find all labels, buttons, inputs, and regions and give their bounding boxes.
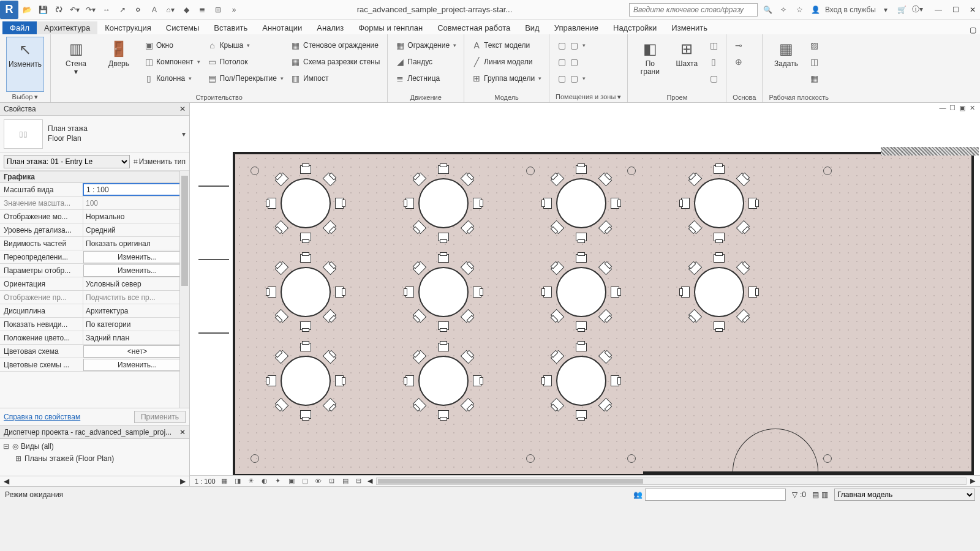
ramp-button[interactable]: ◢Пандус (394, 54, 458, 69)
editable-icon[interactable]: ▤ (812, 490, 819, 499)
help-icon[interactable]: ⓘ▾ (911, 4, 924, 16)
view-close-icon[interactable]: ✕ (968, 104, 976, 113)
undo-icon[interactable]: ↶▾ (69, 4, 81, 16)
tab-structure[interactable]: Конструкция (97, 21, 158, 34)
tab-insert[interactable]: Вставить (206, 21, 255, 34)
type-selector[interactable]: ▯▯ План этажа Floor Plan ▾ (0, 116, 189, 153)
editable2-icon[interactable]: ▥ (821, 490, 828, 499)
shadows-icon[interactable]: ◐ (260, 476, 270, 486)
modify-button[interactable]: ↖ Изменить (6, 37, 44, 92)
ribbon-min-icon[interactable]: ▢ (965, 26, 980, 34)
filter-input[interactable] (645, 489, 786, 501)
3d-icon[interactable]: ⌂▾ (164, 4, 176, 16)
tag-button[interactable]: ▢▢▾ (556, 71, 587, 86)
component-button[interactable]: ◫Компонент▾ (143, 54, 202, 69)
curtain-grid-button[interactable]: ▦Схема разрезки стены (290, 54, 381, 69)
detail-icon[interactable]: ▦ (219, 476, 229, 486)
tab-collaborate[interactable]: Совместная работа (430, 21, 518, 34)
workset-select[interactable]: Главная модель (834, 489, 975, 501)
horizontal-scrollbar[interactable] (376, 478, 967, 485)
viewer-button[interactable]: ▦ (808, 71, 820, 86)
view-max-icon[interactable]: ☐ (948, 104, 957, 113)
room-button[interactable]: ▢▢▾ (556, 38, 587, 53)
group-graphics[interactable]: Графика⌃ (0, 171, 189, 183)
hscroll-left-icon[interactable]: ◀ (368, 477, 372, 485)
tree-row-views[interactable]: ⊟◎Виды (all) (2, 440, 187, 452)
sync-icon[interactable]: 🗘 (53, 4, 65, 16)
wall-opening-button[interactable]: ◫ (707, 38, 720, 53)
section-icon[interactable]: ◆ (180, 4, 192, 16)
dimension-icon[interactable]: ⭘ (132, 4, 145, 16)
text-icon[interactable]: A (148, 4, 160, 16)
window-button[interactable]: ▣Окно (143, 38, 202, 53)
crop-icon[interactable]: ▣ (287, 476, 296, 486)
tab-view[interactable]: Вид (518, 21, 547, 34)
area-button[interactable]: ▢▢ (556, 54, 587, 69)
star-icon[interactable]: ☆ (793, 4, 805, 16)
shaft-button[interactable]: ⊞Шахта (671, 37, 703, 92)
tab-systems[interactable]: Системы (159, 21, 206, 34)
wall-button[interactable]: ▥Стена▾ (57, 37, 95, 92)
unhide-icon[interactable]: 👁 (314, 476, 323, 486)
binoculars-icon[interactable]: 🔍 (761, 4, 774, 16)
show-plane-button[interactable]: ▨ (808, 38, 820, 53)
stair-button[interactable]: ≣Лестница (394, 71, 458, 86)
tab-file[interactable]: Файл (2, 21, 37, 34)
grid-button[interactable]: ⊕ (733, 54, 745, 69)
instance-select[interactable]: План этажа: 01 - Entry Le (4, 155, 130, 168)
properties-help-link[interactable]: Справка по свойствам (4, 413, 80, 421)
properties-scrollbar[interactable] (179, 171, 189, 408)
door-button[interactable]: 🚪Дверь (100, 37, 138, 92)
workset-icon[interactable]: 👥 (633, 490, 643, 499)
project-browser-close-icon[interactable]: ✕ (179, 428, 186, 437)
railing-button[interactable]: ▦Ограждение▾ (394, 38, 458, 53)
chevron-down-icon[interactable]: ▾ (880, 4, 892, 16)
mullion-button[interactable]: ▥Импост (290, 71, 381, 86)
tab-modify[interactable]: Изменить (664, 21, 715, 34)
tab-manage[interactable]: Управление (547, 21, 606, 34)
type-dropdown-icon[interactable]: ▾ (182, 130, 186, 138)
ceiling-button[interactable]: ▭Потолок (206, 54, 285, 69)
panel-rooms-title[interactable]: Помещения и зоны ▾ (556, 92, 621, 101)
key-icon[interactable]: ✧ (777, 4, 790, 16)
view-min-icon[interactable]: — (938, 104, 947, 113)
tab-analyze[interactable]: Анализ (309, 21, 351, 34)
minimize-button[interactable]: — (931, 3, 946, 17)
overflow-icon[interactable]: » (228, 4, 240, 16)
set-plane-button[interactable]: ▦Задать (769, 37, 803, 92)
byface-button[interactable]: ◧По грани (634, 37, 666, 92)
model-text-button[interactable]: AТекст модели (470, 38, 543, 53)
measure-icon[interactable]: ↔ (100, 4, 113, 16)
tab-architecture[interactable]: Архитектура (37, 21, 97, 34)
signin-label[interactable]: Вход в службы (825, 4, 876, 16)
level-button[interactable]: ⊸ (733, 38, 745, 53)
tab-addins[interactable]: Надстройки (606, 21, 664, 34)
tab-annotate[interactable]: Аннотации (255, 21, 309, 34)
curtain-wall-button[interactable]: ▦Стеновое ограждение (290, 38, 381, 53)
user-icon[interactable]: 👤 (809, 4, 821, 16)
floor-button[interactable]: ▤Пол/Перекрытие▾ (206, 71, 285, 86)
view-restore-icon[interactable]: ▣ (958, 104, 967, 113)
model-line-button[interactable]: ╱Линия модели (470, 54, 543, 69)
tab-massing[interactable]: Формы и генплан (351, 21, 430, 34)
reveal-icon[interactable]: ▤ (341, 476, 350, 486)
browser-left-icon[interactable]: ◀ (4, 477, 9, 485)
roof-button[interactable]: ⌂Крыша▾ (206, 38, 285, 53)
dormer-button[interactable]: ▢ (707, 71, 720, 86)
apply-button[interactable]: Применить (134, 411, 186, 423)
crop-show-icon[interactable]: ▢ (300, 476, 310, 486)
close-views-icon[interactable]: ⊟ (212, 4, 224, 16)
scale-label[interactable]: 1 : 100 (195, 478, 216, 485)
close-button[interactable]: ✕ (965, 3, 980, 17)
ref-plane-button[interactable]: ◫ (808, 54, 820, 69)
hscroll-right-icon[interactable]: ▶ (970, 477, 975, 485)
maximize-button[interactable]: ☐ (948, 3, 963, 17)
panel-select-title[interactable]: Выбор ▾ (6, 92, 44, 101)
browser-right-icon[interactable]: ▶ (180, 477, 186, 485)
redo-icon[interactable]: ↷▾ (85, 4, 97, 16)
visual-style-icon[interactable]: ◨ (233, 476, 243, 486)
sun-icon[interactable]: ☀ (246, 476, 256, 486)
search-input[interactable] (629, 3, 758, 17)
thin-lines-icon[interactable]: ≣ (196, 4, 208, 16)
temp-icon[interactable]: ⊡ (327, 476, 337, 486)
